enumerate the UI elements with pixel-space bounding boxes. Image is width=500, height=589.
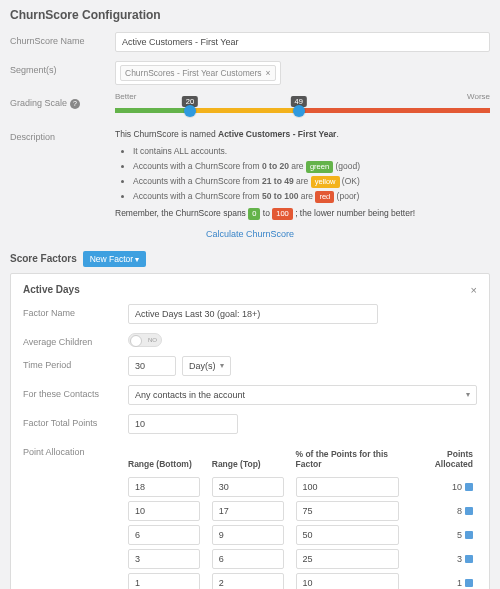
close-icon[interactable]: ×: [471, 284, 477, 296]
description-text: This ChurnScore is named Active Customer…: [115, 128, 490, 220]
page-title: ChurnScore Configuration: [10, 8, 490, 22]
grading-slider[interactable]: Better Worse 20 49: [115, 94, 490, 119]
label-for-contacts: For these Contacts: [23, 385, 128, 399]
label-name: ChurnScore Name: [10, 32, 115, 46]
score-factors-heading: Score Factors: [10, 253, 77, 264]
col-range-bottom: Range (Bottom): [128, 445, 212, 475]
table-row: 10: [128, 475, 477, 499]
churnscore-name-input[interactable]: [115, 32, 490, 52]
slider-handle-high[interactable]: [293, 105, 305, 117]
range-top-input[interactable]: [212, 549, 284, 569]
description-bullet: It contains ALL accounts.: [133, 145, 490, 158]
chevron-down-icon: ▾: [466, 390, 470, 399]
range-pct-input[interactable]: [296, 501, 399, 521]
segment-tag-label: ChurnScores - First Year Customers: [125, 68, 262, 78]
segments-select[interactable]: ChurnScores - First Year Customers ×: [115, 61, 281, 85]
range-bottom-input[interactable]: [128, 501, 200, 521]
table-row: 3: [128, 547, 477, 571]
slider-track: 20 49: [115, 108, 490, 113]
factor-title: Active Days: [23, 284, 80, 295]
col-range-top: Range (Top): [212, 445, 296, 475]
factor-name-input[interactable]: [128, 304, 378, 324]
label-time-period: Time Period: [23, 356, 128, 370]
table-row: 5: [128, 523, 477, 547]
slider-better-label: Better: [115, 92, 136, 101]
avg-children-toggle[interactable]: NO: [128, 333, 162, 347]
label-point-alloc: Point Allocation: [23, 443, 128, 457]
label-description: Description: [10, 128, 115, 142]
description-bullet: Accounts with a ChurnScore from 21 to 49…: [133, 175, 490, 188]
points-allocated: 10: [452, 482, 462, 492]
delete-row-icon[interactable]: [465, 531, 473, 539]
description-bullet: Accounts with a ChurnScore from 50 to 10…: [133, 190, 490, 203]
range-top-input[interactable]: [212, 525, 284, 545]
range-pct-input[interactable]: [296, 477, 399, 497]
delete-row-icon[interactable]: [465, 579, 473, 587]
range-bottom-input[interactable]: [128, 525, 200, 545]
range-bottom-input[interactable]: [128, 573, 200, 590]
col-pct: % of the Points for this Factor: [296, 445, 415, 475]
points-allocated: 3: [457, 554, 462, 564]
points-allocated: 5: [457, 530, 462, 540]
label-segments: Segment(s): [10, 61, 115, 75]
allocation-table: Range (Bottom) Range (Top) % of the Poin…: [128, 445, 477, 590]
help-icon[interactable]: ?: [70, 99, 80, 109]
range-pct-input[interactable]: [296, 573, 399, 590]
range-top-input[interactable]: [212, 573, 284, 590]
points-allocated: 8: [457, 506, 462, 516]
range-top-input[interactable]: [212, 501, 284, 521]
chevron-down-icon: ▾: [220, 361, 224, 370]
label-avg-children: Average Children: [23, 333, 128, 347]
delete-row-icon[interactable]: [465, 555, 473, 563]
time-period-input[interactable]: [128, 356, 176, 376]
delete-row-icon[interactable]: [465, 483, 473, 491]
delete-row-icon[interactable]: [465, 507, 473, 515]
range-top-input[interactable]: [212, 477, 284, 497]
points-allocated: 1: [457, 578, 462, 588]
description-bullet: Accounts with a ChurnScore from 0 to 20 …: [133, 160, 490, 173]
new-factor-button[interactable]: New Factor: [83, 251, 147, 267]
table-row: 8: [128, 499, 477, 523]
contacts-select[interactable]: Any contacts in the account ▾: [128, 385, 477, 405]
label-factor-total: Factor Total Points: [23, 414, 128, 428]
slider-handle-low[interactable]: [184, 105, 196, 117]
close-icon[interactable]: ×: [266, 68, 271, 78]
range-bottom-input[interactable]: [128, 477, 200, 497]
time-period-unit-select[interactable]: Day(s)▾: [182, 356, 231, 376]
factor-total-input[interactable]: [128, 414, 238, 434]
range-bottom-input[interactable]: [128, 549, 200, 569]
label-factor-name: Factor Name: [23, 304, 128, 318]
calculate-churnscore-link[interactable]: Calculate ChurnScore: [10, 229, 490, 239]
label-grading: Grading Scale?: [10, 94, 115, 109]
slider-worse-label: Worse: [467, 92, 490, 101]
table-row: 1: [128, 571, 477, 590]
range-pct-input[interactable]: [296, 549, 399, 569]
range-pct-input[interactable]: [296, 525, 399, 545]
segment-tag[interactable]: ChurnScores - First Year Customers ×: [120, 65, 276, 81]
col-alloc: Points Allocated: [414, 445, 477, 475]
factor-panel: Active Days × Factor Name Average Childr…: [10, 273, 490, 590]
